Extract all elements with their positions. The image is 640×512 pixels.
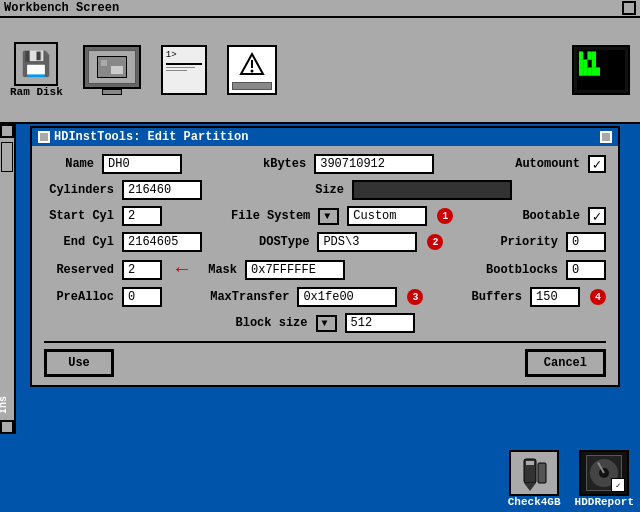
blocksize-dropdown-arrow: ▼ <box>322 318 328 329</box>
left-scrollbar[interactable]: Ins <box>0 124 16 434</box>
automount-label: Automount <box>515 157 580 171</box>
dostype-input[interactable] <box>317 232 417 252</box>
hddreport-icon-group[interactable]: ✓ HDDReport <box>573 450 636 508</box>
reserved-input[interactable] <box>122 260 162 280</box>
prealloc-input[interactable] <box>122 287 162 307</box>
name-label: Name <box>44 157 94 171</box>
filesystem-label: File System <box>231 209 310 223</box>
start-cyl-label: Start Cyl <box>44 209 114 223</box>
scroll-down-btn[interactable] <box>0 420 14 434</box>
cylinders-input[interactable] <box>122 180 202 200</box>
check4gb-icon-group[interactable]: Check4GB <box>506 450 563 508</box>
bootable-label: Bootable <box>522 209 580 223</box>
maxtransfer-label: MaxTransfer <box>210 290 289 304</box>
hddreport-icon: ✓ <box>579 450 629 496</box>
size-input[interactable] <box>352 180 512 200</box>
row-reserved-mask: Reserved ← Mask Bootblocks <box>44 258 606 281</box>
start-cyl-input[interactable] <box>122 206 162 226</box>
filesystem-input[interactable] <box>347 206 427 226</box>
doc-icon <box>227 45 277 95</box>
buffers-label: Buffers <box>472 290 522 304</box>
svg-marker-4 <box>524 483 536 491</box>
automount-check[interactable]: ✓ <box>588 155 606 173</box>
svg-rect-6 <box>538 463 546 483</box>
row-name-kbytes: Name kBytes Automount ✓ <box>44 154 606 174</box>
workbench-title: Workbench Screen <box>4 1 119 15</box>
annot-2: 2 <box>427 234 443 250</box>
bottom-icons: Check4GB ✓ HDDReport <box>506 450 636 508</box>
maxtransfer-input[interactable] <box>297 287 397 307</box>
hddreport-label: HDDReport <box>573 496 636 508</box>
arrow-icon: ← <box>176 258 188 281</box>
toolbar-icon-ramdisk[interactable]: 💾 Ram Disk <box>10 42 63 98</box>
dialog-expand-btn[interactable] <box>600 131 612 143</box>
dostype-label: DOSType <box>259 235 309 249</box>
priority-label: Priority <box>500 235 558 249</box>
size-label: Size <box>304 183 344 197</box>
mask-label: Mask <box>202 263 237 277</box>
scroll-up-btn[interactable] <box>0 124 14 138</box>
terminal-icon: 1> <box>161 45 207 95</box>
filesystem-dropdown-arrow: ▼ <box>324 211 330 222</box>
buffers-input[interactable] <box>530 287 580 307</box>
kbytes-label: kBytes <box>263 157 306 171</box>
end-cyl-label: End Cyl <box>44 235 114 249</box>
blocksize-label: Block size <box>235 316 307 330</box>
ins-label: Ins <box>0 396 9 414</box>
buttons-row: Use Cancel <box>44 349 606 377</box>
svg-rect-5 <box>526 461 534 465</box>
annot-3: 3 <box>407 289 423 305</box>
workbench-close-btn[interactable] <box>622 1 636 15</box>
reserved-label: Reserved <box>44 263 114 277</box>
dialog-titlebar: HDInstTools: Edit Partition <box>32 128 618 146</box>
monitor-icon <box>83 45 141 95</box>
row-cylinders-size: Cylinders Size <box>44 180 606 200</box>
bootblocks-label: Bootblocks <box>486 263 558 277</box>
check4gb-label: Check4GB <box>506 496 563 508</box>
toolbar-icon-terminal[interactable]: 1> <box>161 45 207 95</box>
dialog-title: HDInstTools: Edit Partition <box>54 130 248 144</box>
ramdisk-label: Ram Disk <box>10 86 63 98</box>
dialog-close-btn[interactable] <box>38 131 50 143</box>
ramdisk-icon: 💾 <box>14 42 58 86</box>
cylinders-label: Cylinders <box>44 183 114 197</box>
check4gb-icon <box>509 450 559 496</box>
mask-input[interactable] <box>245 260 345 280</box>
toolbar: 💾 Ram Disk 1> <box>0 18 640 124</box>
separator <box>44 341 606 343</box>
workbench-titlebar: Workbench Screen <box>0 0 640 18</box>
end-cyl-input[interactable] <box>122 232 202 252</box>
blocksize-input[interactable] <box>345 313 415 333</box>
blocksize-dropdown[interactable]: ▼ <box>316 315 337 332</box>
desktop: 💾 Ram Disk 1> <box>0 18 640 512</box>
annot-4: 4 <box>590 289 606 305</box>
prealloc-label: PreAlloc <box>44 290 114 304</box>
row-startcyl-filesystem: Start Cyl File System ▼ 1 Bootable ✓ <box>44 206 606 226</box>
row-prealloc-maxtransfer: PreAlloc MaxTransfer 3 Buffers 4 <box>44 287 606 307</box>
cancel-button[interactable]: Cancel <box>525 349 606 377</box>
bootable-check[interactable]: ✓ <box>588 207 606 225</box>
dialog: HDInstTools: Edit Partition Name kBytes … <box>30 126 620 387</box>
toolbar-icon-terminal2[interactable]: █ ██ ██ █ █████ <box>572 45 630 95</box>
name-input[interactable] <box>102 154 182 174</box>
row-blocksize: Block size ▼ <box>44 313 606 333</box>
toolbar-icon-doc[interactable] <box>227 45 277 95</box>
bootblocks-input[interactable] <box>566 260 606 280</box>
dialog-body: Name kBytes Automount ✓ Cylinders Size <box>32 146 618 385</box>
kbytes-input[interactable] <box>314 154 434 174</box>
scroll-thumb <box>1 142 13 172</box>
svg-point-2 <box>250 70 253 73</box>
filesystem-dropdown[interactable]: ▼ <box>318 208 339 225</box>
terminal2-icon: █ ██ ██ █ █████ <box>572 45 630 95</box>
row-endcyl-dostype: End Cyl DOSType 2 Priority <box>44 232 606 252</box>
priority-input[interactable] <box>566 232 606 252</box>
use-button[interactable]: Use <box>44 349 114 377</box>
toolbar-icon-monitor[interactable] <box>83 45 141 95</box>
annot-1: 1 <box>437 208 453 224</box>
